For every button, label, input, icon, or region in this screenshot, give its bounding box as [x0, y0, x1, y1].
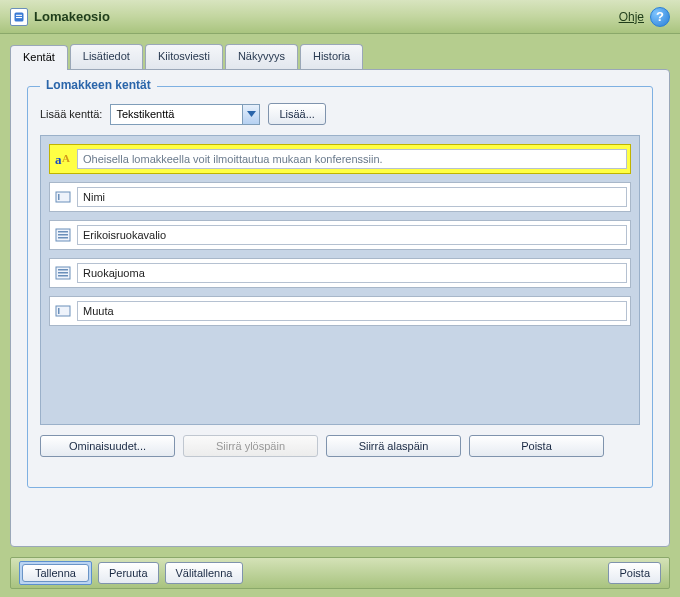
delete-field-button[interactable]: Poista	[469, 435, 604, 457]
tab-nakyvyys[interactable]: Näkyvyys	[225, 44, 298, 69]
button-label: Lisää...	[279, 108, 314, 120]
move-up-button: Siirrä ylöspäin	[183, 435, 318, 457]
help-link[interactable]: Ohje	[619, 10, 644, 24]
help-icon[interactable]: ?	[650, 7, 670, 27]
button-label: Poista	[619, 567, 650, 579]
bottom-toolbar: Tallenna Peruuta Välitallenna Poista	[10, 557, 670, 589]
list-item[interactable]: aA	[49, 144, 631, 174]
tab-label: Kiitosviesti	[158, 50, 210, 62]
svg-rect-10	[58, 237, 68, 239]
tab-label: Näkyvyys	[238, 50, 285, 62]
svg-rect-9	[58, 234, 68, 236]
list-item[interactable]	[49, 182, 631, 212]
svg-rect-6	[58, 194, 60, 200]
properties-button[interactable]: Ominaisuudet...	[40, 435, 175, 457]
text-input-icon	[53, 301, 73, 321]
save-draft-button[interactable]: Välitallenna	[165, 562, 244, 584]
field-actions: Ominaisuudet... Siirrä ylöspäin Siirrä a…	[40, 435, 640, 457]
svg-text:A: A	[62, 152, 70, 164]
field-name-input[interactable]	[77, 149, 627, 169]
button-label: Tallenna	[22, 564, 89, 582]
svg-rect-8	[58, 231, 68, 233]
button-label: Siirrä ylöspäin	[216, 440, 285, 452]
button-label: Peruuta	[109, 567, 148, 579]
svg-rect-16	[58, 308, 60, 314]
workspace: Kentät Lisätiedot Kiitosviesti Näkyvyys …	[10, 44, 670, 547]
window: Lomakeosio Ohje ? Kentät Lisätiedot Kiit…	[0, 0, 680, 597]
fields-list: aA	[40, 135, 640, 425]
titlebar-right: Ohje ?	[619, 7, 670, 27]
svg-text:a: a	[55, 152, 62, 167]
add-field-label: Lisää kenttä:	[40, 108, 102, 120]
select-list-icon	[53, 263, 73, 283]
tab-lisatiedot[interactable]: Lisätiedot	[70, 44, 143, 69]
button-label: Ominaisuudet...	[69, 440, 146, 452]
tab-historia[interactable]: Historia	[300, 44, 363, 69]
button-label: Välitallenna	[176, 567, 233, 579]
delete-form-button[interactable]: Poista	[608, 562, 661, 584]
tab-label: Kentät	[23, 51, 55, 63]
cancel-button[interactable]: Peruuta	[98, 562, 159, 584]
field-type-select[interactable]: Tekstikenttä	[110, 104, 260, 125]
tab-label: Historia	[313, 50, 350, 62]
list-item[interactable]	[49, 220, 631, 250]
text-input-icon	[53, 187, 73, 207]
add-field-button[interactable]: Lisää...	[268, 103, 325, 125]
list-item[interactable]	[49, 258, 631, 288]
fieldset-legend: Lomakkeen kentät	[40, 78, 157, 92]
button-label: Siirrä alaspäin	[359, 440, 429, 452]
move-down-button[interactable]: Siirrä alaspäin	[326, 435, 461, 457]
save-button[interactable]: Tallenna	[19, 561, 92, 585]
text-style-icon: aA	[53, 149, 73, 169]
form-module-icon	[10, 8, 28, 26]
field-name-input[interactable]	[77, 301, 627, 321]
svg-rect-14	[58, 275, 68, 277]
tab-bar: Kentät Lisätiedot Kiitosviesti Näkyvyys …	[10, 44, 670, 69]
button-label: Poista	[521, 440, 552, 452]
svg-rect-1	[16, 14, 22, 15]
window-title: Lomakeosio	[34, 9, 110, 24]
tab-label: Lisätiedot	[83, 50, 130, 62]
chevron-down-icon	[242, 105, 259, 124]
add-field-row: Lisää kenttä: Tekstikenttä Lisää...	[40, 103, 640, 125]
svg-rect-2	[16, 17, 22, 18]
tab-kiitosviesti[interactable]: Kiitosviesti	[145, 44, 223, 69]
field-name-input[interactable]	[77, 263, 627, 283]
svg-rect-13	[58, 272, 68, 274]
tab-panel: Lomakkeen kentät Lisää kenttä: Tekstiken…	[10, 69, 670, 547]
field-name-input[interactable]	[77, 187, 627, 207]
field-name-input[interactable]	[77, 225, 627, 245]
list-item[interactable]	[49, 296, 631, 326]
tab-kentat[interactable]: Kentät	[10, 45, 68, 70]
svg-rect-12	[58, 269, 68, 271]
titlebar: Lomakeosio Ohje ?	[0, 0, 680, 34]
form-fields-fieldset: Lomakkeen kentät Lisää kenttä: Tekstiken…	[27, 86, 653, 488]
select-value: Tekstikenttä	[116, 108, 174, 120]
select-list-icon	[53, 225, 73, 245]
